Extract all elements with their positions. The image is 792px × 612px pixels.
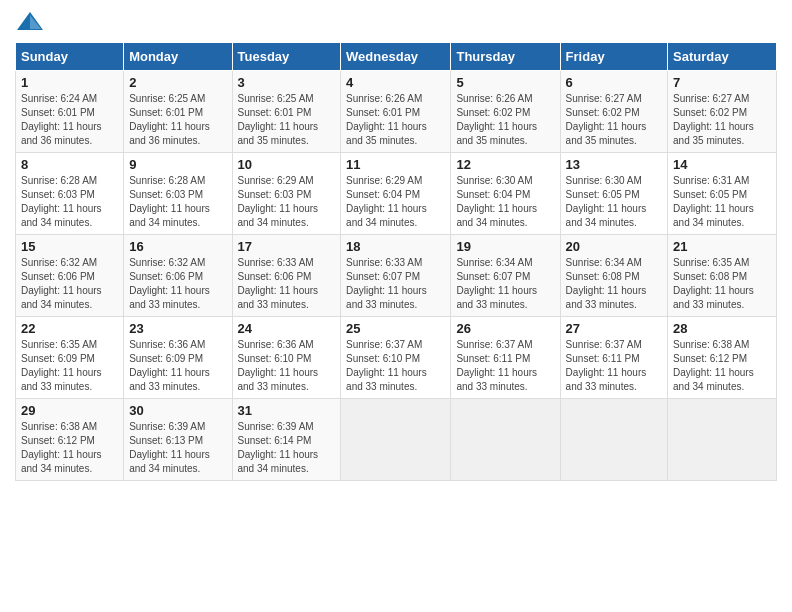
calendar-cell: 15Sunrise: 6:32 AM Sunset: 6:06 PM Dayli… [16,235,124,317]
day-info: Sunrise: 6:37 AM Sunset: 6:11 PM Dayligh… [566,339,647,392]
calendar-table: SundayMondayTuesdayWednesdayThursdayFrid… [15,42,777,481]
day-number: 10 [238,157,336,172]
day-number: 12 [456,157,554,172]
calendar-cell: 3Sunrise: 6:25 AM Sunset: 6:01 PM Daylig… [232,71,341,153]
day-number: 17 [238,239,336,254]
day-number: 28 [673,321,771,336]
day-info: Sunrise: 6:38 AM Sunset: 6:12 PM Dayligh… [673,339,754,392]
day-number: 4 [346,75,445,90]
calendar-cell: 8Sunrise: 6:28 AM Sunset: 6:03 PM Daylig… [16,153,124,235]
calendar-cell: 5Sunrise: 6:26 AM Sunset: 6:02 PM Daylig… [451,71,560,153]
day-info: Sunrise: 6:34 AM Sunset: 6:07 PM Dayligh… [456,257,537,310]
day-info: Sunrise: 6:34 AM Sunset: 6:08 PM Dayligh… [566,257,647,310]
day-info: Sunrise: 6:32 AM Sunset: 6:06 PM Dayligh… [129,257,210,310]
day-number: 22 [21,321,118,336]
day-info: Sunrise: 6:28 AM Sunset: 6:03 PM Dayligh… [21,175,102,228]
day-number: 27 [566,321,662,336]
day-number: 25 [346,321,445,336]
day-info: Sunrise: 6:25 AM Sunset: 6:01 PM Dayligh… [238,93,319,146]
calendar-cell: 28Sunrise: 6:38 AM Sunset: 6:12 PM Dayli… [668,317,777,399]
calendar-cell: 25Sunrise: 6:37 AM Sunset: 6:10 PM Dayli… [341,317,451,399]
day-info: Sunrise: 6:24 AM Sunset: 6:01 PM Dayligh… [21,93,102,146]
day-info: Sunrise: 6:27 AM Sunset: 6:02 PM Dayligh… [673,93,754,146]
day-info: Sunrise: 6:37 AM Sunset: 6:10 PM Dayligh… [346,339,427,392]
day-info: Sunrise: 6:29 AM Sunset: 6:03 PM Dayligh… [238,175,319,228]
day-number: 31 [238,403,336,418]
calendar-cell: 18Sunrise: 6:33 AM Sunset: 6:07 PM Dayli… [341,235,451,317]
day-info: Sunrise: 6:30 AM Sunset: 6:04 PM Dayligh… [456,175,537,228]
calendar-cell: 27Sunrise: 6:37 AM Sunset: 6:11 PM Dayli… [560,317,667,399]
calendar-cell: 23Sunrise: 6:36 AM Sunset: 6:09 PM Dayli… [124,317,232,399]
day-number: 23 [129,321,226,336]
calendar-cell: 14Sunrise: 6:31 AM Sunset: 6:05 PM Dayli… [668,153,777,235]
calendar-cell: 1Sunrise: 6:24 AM Sunset: 6:01 PM Daylig… [16,71,124,153]
day-info: Sunrise: 6:32 AM Sunset: 6:06 PM Dayligh… [21,257,102,310]
day-number: 5 [456,75,554,90]
day-info: Sunrise: 6:35 AM Sunset: 6:09 PM Dayligh… [21,339,102,392]
day-info: Sunrise: 6:36 AM Sunset: 6:10 PM Dayligh… [238,339,319,392]
day-number: 26 [456,321,554,336]
day-info: Sunrise: 6:33 AM Sunset: 6:06 PM Dayligh… [238,257,319,310]
day-number: 1 [21,75,118,90]
calendar-cell: 9Sunrise: 6:28 AM Sunset: 6:03 PM Daylig… [124,153,232,235]
weekday-header-sunday: Sunday [16,43,124,71]
day-info: Sunrise: 6:26 AM Sunset: 6:01 PM Dayligh… [346,93,427,146]
calendar-page: SundayMondayTuesdayWednesdayThursdayFrid… [0,0,792,612]
day-info: Sunrise: 6:39 AM Sunset: 6:13 PM Dayligh… [129,421,210,474]
week-row-5: 29Sunrise: 6:38 AM Sunset: 6:12 PM Dayli… [16,399,777,481]
calendar-cell: 24Sunrise: 6:36 AM Sunset: 6:10 PM Dayli… [232,317,341,399]
day-number: 24 [238,321,336,336]
weekday-header-thursday: Thursday [451,43,560,71]
calendar-cell: 2Sunrise: 6:25 AM Sunset: 6:01 PM Daylig… [124,71,232,153]
day-info: Sunrise: 6:25 AM Sunset: 6:01 PM Dayligh… [129,93,210,146]
calendar-cell: 6Sunrise: 6:27 AM Sunset: 6:02 PM Daylig… [560,71,667,153]
day-info: Sunrise: 6:38 AM Sunset: 6:12 PM Dayligh… [21,421,102,474]
week-row-4: 22Sunrise: 6:35 AM Sunset: 6:09 PM Dayli… [16,317,777,399]
calendar-cell: 21Sunrise: 6:35 AM Sunset: 6:08 PM Dayli… [668,235,777,317]
calendar-cell: 13Sunrise: 6:30 AM Sunset: 6:05 PM Dayli… [560,153,667,235]
day-info: Sunrise: 6:30 AM Sunset: 6:05 PM Dayligh… [566,175,647,228]
calendar-cell: 17Sunrise: 6:33 AM Sunset: 6:06 PM Dayli… [232,235,341,317]
day-number: 16 [129,239,226,254]
calendar-cell: 26Sunrise: 6:37 AM Sunset: 6:11 PM Dayli… [451,317,560,399]
day-info: Sunrise: 6:35 AM Sunset: 6:08 PM Dayligh… [673,257,754,310]
day-number: 19 [456,239,554,254]
day-info: Sunrise: 6:27 AM Sunset: 6:02 PM Dayligh… [566,93,647,146]
day-info: Sunrise: 6:33 AM Sunset: 6:07 PM Dayligh… [346,257,427,310]
svg-marker-1 [30,15,41,29]
weekday-header-wednesday: Wednesday [341,43,451,71]
calendar-cell [341,399,451,481]
day-number: 13 [566,157,662,172]
week-row-1: 1Sunrise: 6:24 AM Sunset: 6:01 PM Daylig… [16,71,777,153]
weekday-header-monday: Monday [124,43,232,71]
calendar-cell: 11Sunrise: 6:29 AM Sunset: 6:04 PM Dayli… [341,153,451,235]
weekday-header-friday: Friday [560,43,667,71]
calendar-cell: 30Sunrise: 6:39 AM Sunset: 6:13 PM Dayli… [124,399,232,481]
calendar-cell: 12Sunrise: 6:30 AM Sunset: 6:04 PM Dayli… [451,153,560,235]
day-number: 7 [673,75,771,90]
day-number: 15 [21,239,118,254]
weekday-header-saturday: Saturday [668,43,777,71]
weekday-header-tuesday: Tuesday [232,43,341,71]
header [15,10,777,34]
day-number: 18 [346,239,445,254]
day-number: 2 [129,75,226,90]
day-info: Sunrise: 6:31 AM Sunset: 6:05 PM Dayligh… [673,175,754,228]
day-number: 14 [673,157,771,172]
calendar-cell [560,399,667,481]
day-info: Sunrise: 6:26 AM Sunset: 6:02 PM Dayligh… [456,93,537,146]
day-info: Sunrise: 6:36 AM Sunset: 6:09 PM Dayligh… [129,339,210,392]
calendar-cell: 16Sunrise: 6:32 AM Sunset: 6:06 PM Dayli… [124,235,232,317]
day-info: Sunrise: 6:29 AM Sunset: 6:04 PM Dayligh… [346,175,427,228]
calendar-cell: 7Sunrise: 6:27 AM Sunset: 6:02 PM Daylig… [668,71,777,153]
logo [15,10,49,34]
day-number: 6 [566,75,662,90]
calendar-cell: 19Sunrise: 6:34 AM Sunset: 6:07 PM Dayli… [451,235,560,317]
day-number: 8 [21,157,118,172]
logo-icon [15,10,45,34]
calendar-cell: 10Sunrise: 6:29 AM Sunset: 6:03 PM Dayli… [232,153,341,235]
weekday-header-row: SundayMondayTuesdayWednesdayThursdayFrid… [16,43,777,71]
week-row-3: 15Sunrise: 6:32 AM Sunset: 6:06 PM Dayli… [16,235,777,317]
calendar-cell [451,399,560,481]
day-info: Sunrise: 6:28 AM Sunset: 6:03 PM Dayligh… [129,175,210,228]
